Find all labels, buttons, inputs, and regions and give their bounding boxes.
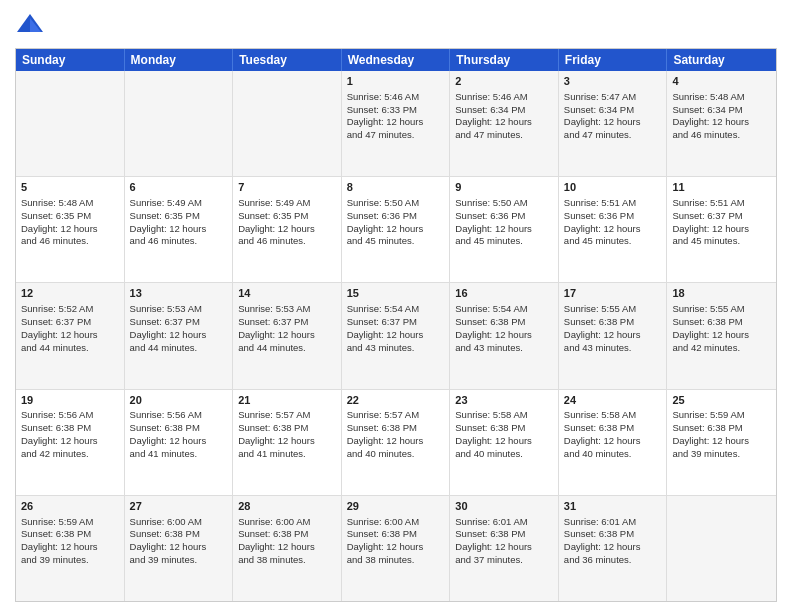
day-info-line: and 37 minutes.: [455, 554, 523, 565]
day-info-line: and 44 minutes.: [21, 342, 89, 353]
header: [15, 10, 777, 40]
calendar-cell: [667, 496, 776, 601]
day-info-line: Sunrise: 5:52 AM: [21, 303, 93, 314]
calendar-cell: 4Sunrise: 5:48 AMSunset: 6:34 PMDaylight…: [667, 71, 776, 176]
day-info-line: Sunset: 6:36 PM: [564, 210, 634, 221]
calendar-cell: 30Sunrise: 6:01 AMSunset: 6:38 PMDayligh…: [450, 496, 559, 601]
calendar-cell: 13Sunrise: 5:53 AMSunset: 6:37 PMDayligh…: [125, 283, 234, 388]
day-info-line: Sunset: 6:38 PM: [672, 422, 742, 433]
calendar-cell: 26Sunrise: 5:59 AMSunset: 6:38 PMDayligh…: [16, 496, 125, 601]
day-info-line: Sunrise: 5:57 AM: [347, 409, 419, 420]
calendar-cell: [125, 71, 234, 176]
day-info-line: and 40 minutes.: [455, 448, 523, 459]
day-info-line: Daylight: 12 hours: [672, 329, 749, 340]
day-info-line: Daylight: 12 hours: [347, 223, 424, 234]
day-info-line: Daylight: 12 hours: [347, 435, 424, 446]
day-info-line: Sunset: 6:37 PM: [238, 316, 308, 327]
calendar-cell: 24Sunrise: 5:58 AMSunset: 6:38 PMDayligh…: [559, 390, 668, 495]
day-number: 13: [130, 286, 228, 301]
svg-marker-1: [30, 18, 41, 32]
day-info-line: Sunset: 6:38 PM: [564, 422, 634, 433]
day-info-line: Sunrise: 5:49 AM: [238, 197, 310, 208]
day-number: 10: [564, 180, 662, 195]
day-info-line: and 45 minutes.: [564, 235, 632, 246]
day-info-line: Sunrise: 5:51 AM: [672, 197, 744, 208]
day-info-line: and 45 minutes.: [347, 235, 415, 246]
day-info-line: Daylight: 12 hours: [564, 116, 641, 127]
cal-header-day: Thursday: [450, 49, 559, 71]
day-info-line: Daylight: 12 hours: [238, 223, 315, 234]
day-info-line: Sunrise: 6:00 AM: [238, 516, 310, 527]
day-info-line: Daylight: 12 hours: [455, 329, 532, 340]
day-info-line: Sunset: 6:37 PM: [130, 316, 200, 327]
day-info-line: Sunset: 6:37 PM: [672, 210, 742, 221]
calendar-cell: 20Sunrise: 5:56 AMSunset: 6:38 PMDayligh…: [125, 390, 234, 495]
calendar-cell: 19Sunrise: 5:56 AMSunset: 6:38 PMDayligh…: [16, 390, 125, 495]
day-number: 4: [672, 74, 771, 89]
day-info-line: Daylight: 12 hours: [238, 329, 315, 340]
day-info-line: Daylight: 12 hours: [238, 541, 315, 552]
day-info-line: Sunrise: 5:48 AM: [672, 91, 744, 102]
cal-header-day: Tuesday: [233, 49, 342, 71]
day-info-line: Daylight: 12 hours: [564, 329, 641, 340]
day-number: 2: [455, 74, 553, 89]
day-number: 24: [564, 393, 662, 408]
day-info-line: Sunrise: 5:55 AM: [672, 303, 744, 314]
calendar-cell: 12Sunrise: 5:52 AMSunset: 6:37 PMDayligh…: [16, 283, 125, 388]
calendar-cell: 27Sunrise: 6:00 AMSunset: 6:38 PMDayligh…: [125, 496, 234, 601]
day-info-line: and 46 minutes.: [130, 235, 198, 246]
calendar: SundayMondayTuesdayWednesdayThursdayFrid…: [15, 48, 777, 602]
day-info-line: Daylight: 12 hours: [455, 435, 532, 446]
day-info-line: Daylight: 12 hours: [347, 116, 424, 127]
day-info-line: Daylight: 12 hours: [130, 435, 207, 446]
day-number: 7: [238, 180, 336, 195]
calendar-cell: 29Sunrise: 6:00 AMSunset: 6:38 PMDayligh…: [342, 496, 451, 601]
day-info-line: Sunset: 6:38 PM: [21, 528, 91, 539]
day-info-line: Sunrise: 5:46 AM: [455, 91, 527, 102]
logo-icon: [15, 10, 45, 40]
day-info-line: Daylight: 12 hours: [130, 329, 207, 340]
day-info-line: Sunrise: 5:50 AM: [455, 197, 527, 208]
day-info-line: Daylight: 12 hours: [21, 541, 98, 552]
day-info-line: and 47 minutes.: [347, 129, 415, 140]
day-number: 16: [455, 286, 553, 301]
day-info-line: Daylight: 12 hours: [347, 329, 424, 340]
day-info-line: Sunset: 6:34 PM: [672, 104, 742, 115]
calendar-cell: 10Sunrise: 5:51 AMSunset: 6:36 PMDayligh…: [559, 177, 668, 282]
day-info-line: Sunrise: 5:53 AM: [130, 303, 202, 314]
day-info-line: and 36 minutes.: [564, 554, 632, 565]
logo: [15, 10, 49, 40]
page: SundayMondayTuesdayWednesdayThursdayFrid…: [0, 0, 792, 612]
day-info-line: and 42 minutes.: [672, 342, 740, 353]
day-number: 11: [672, 180, 771, 195]
day-info-line: and 41 minutes.: [130, 448, 198, 459]
day-info-line: Sunrise: 5:57 AM: [238, 409, 310, 420]
day-info-line: and 47 minutes.: [564, 129, 632, 140]
day-info-line: Sunrise: 5:48 AM: [21, 197, 93, 208]
day-info-line: Daylight: 12 hours: [564, 541, 641, 552]
calendar-cell: 17Sunrise: 5:55 AMSunset: 6:38 PMDayligh…: [559, 283, 668, 388]
day-info-line: and 38 minutes.: [347, 554, 415, 565]
day-info-line: Sunset: 6:37 PM: [347, 316, 417, 327]
calendar-cell: 3Sunrise: 5:47 AMSunset: 6:34 PMDaylight…: [559, 71, 668, 176]
calendar-cell: 9Sunrise: 5:50 AMSunset: 6:36 PMDaylight…: [450, 177, 559, 282]
day-info-line: and 40 minutes.: [564, 448, 632, 459]
day-info-line: Daylight: 12 hours: [672, 116, 749, 127]
calendar-row: 5Sunrise: 5:48 AMSunset: 6:35 PMDaylight…: [16, 176, 776, 282]
day-number: 31: [564, 499, 662, 514]
day-number: 3: [564, 74, 662, 89]
day-info-line: and 38 minutes.: [238, 554, 306, 565]
day-info-line: Sunset: 6:36 PM: [347, 210, 417, 221]
day-info-line: and 42 minutes.: [21, 448, 89, 459]
calendar-cell: 6Sunrise: 5:49 AMSunset: 6:35 PMDaylight…: [125, 177, 234, 282]
day-info-line: Sunset: 6:38 PM: [455, 422, 525, 433]
day-info-line: Sunrise: 5:58 AM: [564, 409, 636, 420]
day-info-line: Daylight: 12 hours: [564, 435, 641, 446]
day-number: 26: [21, 499, 119, 514]
calendar-cell: 28Sunrise: 6:00 AMSunset: 6:38 PMDayligh…: [233, 496, 342, 601]
day-info-line: Daylight: 12 hours: [347, 541, 424, 552]
day-info-line: Daylight: 12 hours: [238, 435, 315, 446]
day-info-line: Sunset: 6:38 PM: [21, 422, 91, 433]
day-number: 28: [238, 499, 336, 514]
day-info-line: and 45 minutes.: [455, 235, 523, 246]
